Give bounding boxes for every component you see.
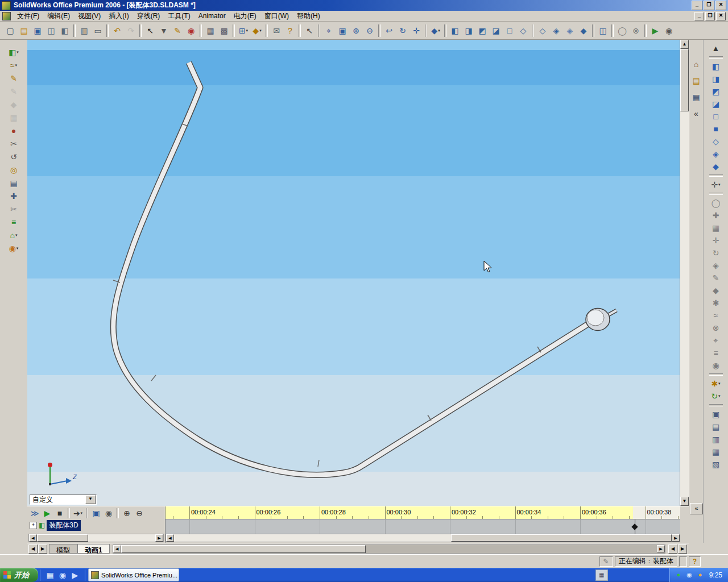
- explode-lines-icon[interactable]: ≈▾: [709, 309, 723, 322]
- timeline-hscrollbar[interactable]: ◀ ▶: [166, 534, 680, 542]
- menu-item[interactable]: 编辑(E): [43, 10, 74, 22]
- shaded-icon[interactable]: ◆▾: [577, 24, 590, 37]
- add-pin-icon[interactable]: ✚▾: [5, 189, 23, 202]
- browser-icon[interactable]: ◉: [57, 569, 68, 581]
- menu-item[interactable]: Animator: [195, 11, 230, 21]
- minimize-button[interactable]: _: [692, 1, 702, 10]
- collapse-panel-button[interactable]: «: [690, 503, 703, 514]
- zoom-to-fit-icon[interactable]: ⌖▾: [322, 24, 335, 37]
- dimetric-view-icon[interactable]: ◈▾: [709, 148, 723, 160]
- close-button[interactable]: ✕: [715, 1, 726, 10]
- exploded-view-icon[interactable]: ✱▾: [709, 297, 723, 309]
- status-help-button[interactable]: ?: [689, 556, 701, 567]
- home-icon[interactable]: ⌂▾: [690, 58, 702, 70]
- route-properties-icon[interactable]: ▦▾: [5, 111, 23, 124]
- view-orientation-icon[interactable]: ✛▾: [709, 178, 723, 191]
- scroll-down-button[interactable]: ▼: [680, 497, 689, 506]
- new-icon[interactable]: ▢▾: [4, 24, 16, 37]
- selection-filter-icon[interactable]: ▼▾: [158, 24, 170, 37]
- menu-item[interactable]: 视图(V): [74, 10, 105, 22]
- design-library-icon[interactable]: ▤▾: [690, 74, 702, 86]
- top-view-icon[interactable]: □▾: [709, 110, 723, 123]
- tree-hscroll-thumb[interactable]: [37, 534, 88, 542]
- electrical-connector-icon[interactable]: ●▾: [5, 124, 23, 137]
- zoom-in-out-icon[interactable]: ⊕▾: [350, 24, 362, 37]
- main-hscroll-thumb[interactable]: [121, 545, 366, 553]
- menu-item[interactable]: 工具(T): [164, 10, 194, 22]
- bom-table-icon[interactable]: ▩▾: [218, 24, 230, 37]
- back-view-icon[interactable]: ◨▾: [462, 24, 475, 37]
- measure-icon[interactable]: ⌖▾: [709, 334, 723, 347]
- left-view-icon[interactable]: ◩▾: [709, 85, 723, 98]
- edit-route-icon[interactable]: ✎▾: [5, 85, 23, 98]
- start-button[interactable]: 开始: [0, 568, 38, 582]
- timeline-ruler[interactable]: 00:00:2400:00:2600:00:2800:00:3000:00:32…: [166, 506, 680, 519]
- redo-icon[interactable]: ↷▾: [125, 24, 137, 37]
- design-table-icon[interactable]: ▦▾: [204, 24, 217, 37]
- appearance-icon[interactable]: ✱▾: [709, 377, 723, 390]
- wireframe-icon[interactable]: ◇▾: [536, 24, 549, 37]
- taskbar-task-button[interactable]: SolidWorks Office Premiu...: [88, 568, 179, 581]
- loop-route-icon[interactable]: ↺▾: [5, 150, 23, 163]
- collapse-pane-icon[interactable]: «▾: [690, 107, 702, 119]
- route-tools-icon[interactable]: ≈▾: [5, 59, 23, 72]
- menu-item[interactable]: 穿线(R): [133, 10, 164, 22]
- tree-scroll-left-button[interactable]: ◀: [29, 534, 37, 542]
- timeline-zoom-out-icon[interactable]: ⊖▾: [134, 508, 145, 518]
- combo-dropdown-button[interactable]: ▼: [85, 495, 96, 504]
- tab-animation1[interactable]: 动画1: [77, 544, 110, 554]
- configuration-manager-pane-icon[interactable]: ▥▾: [709, 433, 723, 446]
- menu-item[interactable]: 文件(F): [13, 10, 43, 22]
- previous-view-icon[interactable]: ↩▾: [383, 24, 395, 37]
- volume-tray-icon[interactable]: ◉: [685, 570, 694, 580]
- mass-properties-icon[interactable]: ≡▾: [709, 347, 723, 359]
- front-view-icon[interactable]: ◧▾: [709, 60, 723, 73]
- language-bar-icon[interactable]: ▦: [595, 569, 608, 581]
- calculate-icon[interactable]: ≫▾: [29, 508, 40, 518]
- animation-tree-root[interactable]: + ◧ 装配体3D: [30, 520, 81, 530]
- isometric-view-icon[interactable]: ◇▾: [709, 135, 723, 148]
- tree-expander[interactable]: +: [30, 522, 37, 529]
- bottom-view-icon[interactable]: ■▾: [709, 123, 723, 135]
- covering-icon[interactable]: ◎▾: [5, 163, 23, 176]
- timeline-hscroll-thumb[interactable]: [451, 534, 672, 542]
- scroll-up-button[interactable]: ▲: [680, 40, 689, 49]
- design-binder-icon[interactable]: ✉▾: [270, 24, 283, 37]
- menu-item[interactable]: 窗口(W): [260, 10, 293, 22]
- screen-capture-icon[interactable]: ◉▾: [663, 24, 675, 37]
- play-icon[interactable]: ▶▾: [42, 508, 53, 518]
- feature-manager-pane-icon[interactable]: ▣▾: [709, 408, 723, 421]
- sketch-route-icon[interactable]: ✎▾: [5, 72, 23, 85]
- trimetric-view-icon[interactable]: ◆▾: [709, 160, 723, 173]
- menu-item[interactable]: 帮助(H): [293, 10, 324, 22]
- component-pattern-icon[interactable]: ▦▾: [709, 222, 723, 234]
- undo-icon[interactable]: ↶▾: [111, 24, 123, 37]
- timeline-rows[interactable]: [166, 519, 680, 534]
- interference-detection-icon[interactable]: ⊗▾: [630, 24, 642, 37]
- scroll-up-icon[interactable]: ▲▾: [709, 42, 723, 55]
- left-view-icon[interactable]: ◩▾: [476, 24, 489, 37]
- timeline-scroll-right-button[interactable]: ▶: [672, 534, 680, 542]
- antivirus-tray-icon[interactable]: ●: [696, 570, 705, 580]
- back-view-icon[interactable]: ◨▾: [709, 73, 723, 85]
- vscroll-thumb[interactable]: [680, 49, 689, 111]
- stop-icon[interactable]: ■▾: [54, 508, 65, 518]
- viewport-vscrollbar[interactable]: ▲ ▼: [680, 40, 689, 506]
- standard-views-icon[interactable]: ◆▾: [429, 24, 442, 37]
- playback-mode-icon[interactable]: ➔▾: [72, 508, 84, 518]
- display-pane-icon[interactable]: ▧▾: [709, 458, 723, 471]
- mate-icon[interactable]: ◯▾: [616, 24, 628, 37]
- trim-route-icon[interactable]: ✂▾: [5, 202, 23, 215]
- right-view-icon[interactable]: ◪▾: [709, 98, 723, 110]
- tab-scroll-left-button[interactable]: ◀: [28, 544, 38, 554]
- hidden-lines-removed-icon[interactable]: ◈▾: [564, 24, 576, 37]
- mate-icon[interactable]: ◯▾: [709, 197, 723, 209]
- child-close-button[interactable]: ✕: [716, 12, 726, 20]
- animation-wizard-icon[interactable]: ◉▾: [103, 508, 114, 518]
- design-library-route-icon[interactable]: ⌂▾: [5, 228, 23, 242]
- save-animation-icon[interactable]: ▣▾: [90, 508, 102, 518]
- top-view-icon[interactable]: □▾: [503, 24, 516, 37]
- menu-item[interactable]: 插入(I): [105, 10, 133, 22]
- main-scroll-right-button[interactable]: ▶: [657, 545, 665, 552]
- edit-component-icon[interactable]: ✎▾: [709, 272, 723, 284]
